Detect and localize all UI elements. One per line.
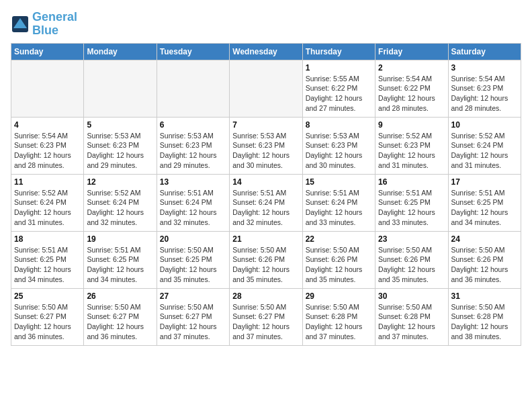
calendar-header: SundayMondayTuesdayWednesdayThursdayFrid… — [11, 43, 521, 60]
day-number: 3 — [451, 63, 518, 73]
calendar-cell: 20Sunrise: 5:50 AM Sunset: 6:25 PM Dayli… — [157, 231, 229, 288]
cell-info: Sunrise: 5:51 AM Sunset: 6:25 PM Dayligh… — [378, 188, 445, 228]
day-number: 27 — [160, 291, 226, 301]
calendar-cell: 5Sunrise: 5:53 AM Sunset: 6:23 PM Daylig… — [84, 117, 157, 174]
day-number: 8 — [306, 120, 372, 130]
calendar-cell: 30Sunrise: 5:50 AM Sunset: 6:28 PM Dayli… — [375, 288, 448, 345]
calendar-cell: 16Sunrise: 5:51 AM Sunset: 6:25 PM Dayli… — [375, 174, 448, 231]
day-number: 17 — [451, 177, 518, 187]
day-number: 23 — [378, 234, 445, 244]
cell-info: Sunrise: 5:53 AM Sunset: 6:23 PM Dayligh… — [232, 131, 299, 171]
weekday-header: Sunday — [11, 43, 84, 60]
day-number: 16 — [378, 177, 445, 187]
calendar-cell — [11, 60, 84, 117]
cell-info: Sunrise: 5:53 AM Sunset: 6:23 PM Dayligh… — [306, 131, 372, 171]
day-number: 4 — [14, 120, 81, 130]
weekday-header: Friday — [375, 43, 448, 60]
calendar-cell — [157, 60, 229, 117]
day-number: 20 — [160, 234, 226, 244]
cell-info: Sunrise: 5:50 AM Sunset: 6:26 PM Dayligh… — [378, 245, 445, 285]
day-number: 31 — [451, 291, 518, 301]
calendar-cell: 1Sunrise: 5:55 AM Sunset: 6:22 PM Daylig… — [302, 60, 375, 117]
day-number: 18 — [14, 234, 81, 244]
weekday-header: Thursday — [302, 43, 375, 60]
cell-info: Sunrise: 5:50 AM Sunset: 6:26 PM Dayligh… — [232, 245, 299, 285]
calendar-cell: 23Sunrise: 5:50 AM Sunset: 6:26 PM Dayli… — [375, 231, 448, 288]
calendar-cell: 28Sunrise: 5:50 AM Sunset: 6:27 PM Dayli… — [230, 288, 302, 345]
calendar-cell: 12Sunrise: 5:52 AM Sunset: 6:24 PM Dayli… — [84, 174, 157, 231]
day-number: 28 — [232, 291, 299, 301]
calendar-cell: 10Sunrise: 5:52 AM Sunset: 6:24 PM Dayli… — [448, 117, 521, 174]
cell-info: Sunrise: 5:50 AM Sunset: 6:28 PM Dayligh… — [451, 302, 518, 342]
cell-info: Sunrise: 5:55 AM Sunset: 6:22 PM Dayligh… — [306, 74, 372, 113]
calendar-cell — [84, 60, 157, 117]
weekday-header: Saturday — [448, 43, 521, 60]
calendar-cell: 7Sunrise: 5:53 AM Sunset: 6:23 PM Daylig… — [230, 117, 302, 174]
cell-info: Sunrise: 5:50 AM Sunset: 6:26 PM Dayligh… — [451, 245, 518, 285]
day-number: 29 — [306, 291, 372, 301]
cell-info: Sunrise: 5:50 AM Sunset: 6:28 PM Dayligh… — [378, 302, 445, 342]
day-number: 19 — [87, 234, 153, 244]
calendar-cell — [230, 60, 302, 117]
cell-info: Sunrise: 5:50 AM Sunset: 6:28 PM Dayligh… — [306, 302, 372, 342]
cell-info: Sunrise: 5:51 AM Sunset: 6:25 PM Dayligh… — [14, 245, 81, 285]
cell-info: Sunrise: 5:50 AM Sunset: 6:27 PM Dayligh… — [14, 302, 81, 342]
day-number: 6 — [160, 120, 226, 130]
cell-info: Sunrise: 5:53 AM Sunset: 6:23 PM Dayligh… — [87, 131, 153, 171]
logo-icon — [11, 15, 30, 34]
day-number: 7 — [232, 120, 299, 130]
day-number: 12 — [87, 177, 153, 187]
cell-info: Sunrise: 5:52 AM Sunset: 6:24 PM Dayligh… — [451, 131, 518, 171]
week-row: 1Sunrise: 5:55 AM Sunset: 6:22 PM Daylig… — [11, 60, 521, 117]
day-number: 30 — [378, 291, 445, 301]
weekday-header: Monday — [84, 43, 157, 60]
cell-info: Sunrise: 5:51 AM Sunset: 6:24 PM Dayligh… — [306, 188, 372, 228]
day-number: 13 — [160, 177, 226, 187]
cell-info: Sunrise: 5:51 AM Sunset: 6:24 PM Dayligh… — [160, 188, 226, 228]
weekday-header: Tuesday — [157, 43, 229, 60]
cell-info: Sunrise: 5:51 AM Sunset: 6:25 PM Dayligh… — [87, 245, 153, 285]
day-number: 15 — [306, 177, 372, 187]
cell-info: Sunrise: 5:50 AM Sunset: 6:27 PM Dayligh… — [232, 302, 299, 342]
calendar-cell: 8Sunrise: 5:53 AM Sunset: 6:23 PM Daylig… — [302, 117, 375, 174]
calendar-cell: 4Sunrise: 5:54 AM Sunset: 6:23 PM Daylig… — [11, 117, 84, 174]
calendar-cell: 6Sunrise: 5:53 AM Sunset: 6:23 PM Daylig… — [157, 117, 229, 174]
weekday-header: Wednesday — [230, 43, 302, 60]
cell-info: Sunrise: 5:50 AM Sunset: 6:26 PM Dayligh… — [306, 245, 372, 285]
calendar-cell: 29Sunrise: 5:50 AM Sunset: 6:28 PM Dayli… — [302, 288, 375, 345]
week-row: 18Sunrise: 5:51 AM Sunset: 6:25 PM Dayli… — [11, 231, 521, 288]
cell-info: Sunrise: 5:52 AM Sunset: 6:23 PM Dayligh… — [378, 131, 445, 171]
day-number: 9 — [378, 120, 445, 130]
cell-info: Sunrise: 5:52 AM Sunset: 6:24 PM Dayligh… — [14, 188, 81, 228]
week-row: 11Sunrise: 5:52 AM Sunset: 6:24 PM Dayli… — [11, 174, 521, 231]
week-row: 4Sunrise: 5:54 AM Sunset: 6:23 PM Daylig… — [11, 117, 521, 174]
calendar-cell: 2Sunrise: 5:54 AM Sunset: 6:22 PM Daylig… — [375, 60, 448, 117]
calendar-cell: 25Sunrise: 5:50 AM Sunset: 6:27 PM Dayli… — [11, 288, 84, 345]
day-number: 21 — [232, 234, 299, 244]
calendar-cell: 19Sunrise: 5:51 AM Sunset: 6:25 PM Dayli… — [84, 231, 157, 288]
cell-info: Sunrise: 5:53 AM Sunset: 6:23 PM Dayligh… — [160, 131, 226, 171]
calendar-table: SundayMondayTuesdayWednesdayThursdayFrid… — [11, 43, 521, 346]
cell-info: Sunrise: 5:50 AM Sunset: 6:27 PM Dayligh… — [87, 302, 153, 342]
calendar-cell: 24Sunrise: 5:50 AM Sunset: 6:26 PM Dayli… — [448, 231, 521, 288]
calendar-cell: 22Sunrise: 5:50 AM Sunset: 6:26 PM Dayli… — [302, 231, 375, 288]
cell-info: Sunrise: 5:54 AM Sunset: 6:23 PM Dayligh… — [14, 131, 81, 171]
calendar-cell: 26Sunrise: 5:50 AM Sunset: 6:27 PM Dayli… — [84, 288, 157, 345]
calendar-cell: 15Sunrise: 5:51 AM Sunset: 6:24 PM Dayli… — [302, 174, 375, 231]
day-number: 5 — [87, 120, 153, 130]
cell-info: Sunrise: 5:51 AM Sunset: 6:24 PM Dayligh… — [232, 188, 299, 228]
cell-info: Sunrise: 5:54 AM Sunset: 6:22 PM Dayligh… — [378, 74, 445, 113]
cell-info: Sunrise: 5:51 AM Sunset: 6:25 PM Dayligh… — [451, 188, 518, 228]
day-number: 24 — [451, 234, 518, 244]
calendar-cell: 17Sunrise: 5:51 AM Sunset: 6:25 PM Dayli… — [448, 174, 521, 231]
calendar-cell: 14Sunrise: 5:51 AM Sunset: 6:24 PM Dayli… — [230, 174, 302, 231]
page-header: General Blue — [11, 11, 521, 38]
calendar-cell: 18Sunrise: 5:51 AM Sunset: 6:25 PM Dayli… — [11, 231, 84, 288]
day-number: 25 — [14, 291, 81, 301]
calendar-cell: 21Sunrise: 5:50 AM Sunset: 6:26 PM Dayli… — [230, 231, 302, 288]
logo: General Blue — [11, 11, 77, 38]
cell-info: Sunrise: 5:50 AM Sunset: 6:27 PM Dayligh… — [160, 302, 226, 342]
day-number: 14 — [232, 177, 299, 187]
day-number: 1 — [306, 63, 372, 73]
cell-info: Sunrise: 5:54 AM Sunset: 6:23 PM Dayligh… — [451, 74, 518, 113]
